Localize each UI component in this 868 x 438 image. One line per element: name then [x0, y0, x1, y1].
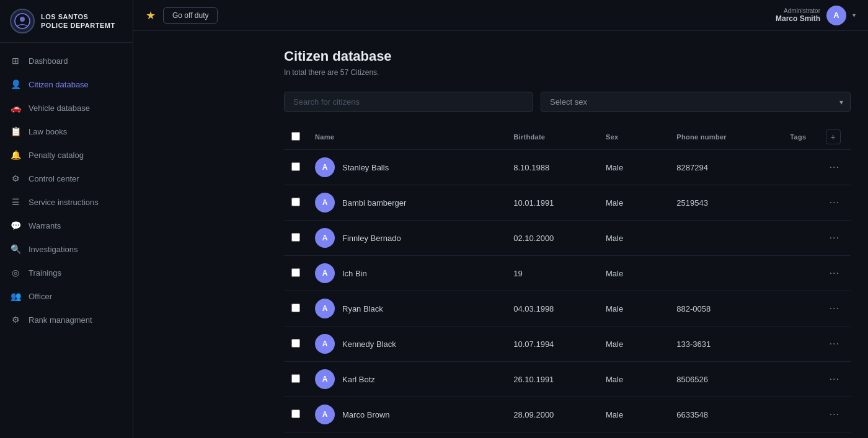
row-tags [782, 185, 818, 221]
row-birthdate: 8.10.1988 [506, 150, 598, 185]
row-tags [782, 397, 818, 432]
sidebar-item-vehicle-database[interactable]: 🚗 Vehicle database [0, 96, 133, 120]
row-sex: Male [598, 397, 669, 432]
row-name-cell: A Stanley Balls [308, 150, 506, 185]
row-phone: 8506526 [669, 362, 782, 397]
table-row: A Bambi bamberger 10.01.1991 Male 251954… [284, 185, 851, 221]
row-sex: Male [598, 150, 669, 185]
table-row: A Marco Brown 28.09.2000 Male 6633548 ··… [284, 397, 851, 432]
logo-text: Los Santos Police Departemt [41, 12, 115, 30]
sidebar-item-control-center[interactable]: ⚙ Control center [0, 167, 133, 190]
row-actions: ··· [818, 150, 851, 185]
favorite-button[interactable]: ★ [146, 9, 156, 22]
row-birthdate: 28.09.2000 [506, 397, 598, 432]
sex-select-wrapper: Select sex Male Female [541, 92, 851, 112]
row-tags [782, 432, 818, 439]
row-sex: Male [598, 326, 669, 362]
row-name-cell: A Marco Brown [308, 397, 506, 432]
sidebar-item-label: Rank managment [29, 315, 92, 325]
row-actions: ··· [818, 397, 851, 432]
table-row: A Stanley Balls 8.10.1988 Male 8287294 ·… [284, 150, 851, 185]
row-more-button[interactable]: ··· [826, 231, 843, 245]
sidebar-item-label: Investigations [29, 245, 78, 254]
row-phone: 2519543 [669, 185, 782, 221]
table-header: Name Birthdate Sex Phone number Tags + [284, 125, 851, 150]
row-more-button[interactable]: ··· [826, 196, 843, 209]
citizen-avatar: A [315, 263, 335, 283]
page-subtitle: In total there are 57 Citizens. [284, 68, 851, 77]
investigations-icon: 🔍 [10, 243, 21, 255]
sidebar-item-dashboard[interactable]: ⊞ Dashboard [0, 49, 133, 72]
row-name-cell: A Kennedy Black [308, 326, 506, 362]
sex-select[interactable]: Select sex Male Female [541, 92, 851, 112]
citizen-name: Finnley Bernado [342, 234, 401, 243]
go-off-duty-button[interactable]: Go off duty [163, 7, 218, 24]
sidebar-item-trainings[interactable]: ◎ Trainings [0, 261, 133, 284]
row-phone [669, 256, 782, 291]
row-checkbox-5[interactable] [291, 339, 300, 348]
table-row: A Ich Bin 19 Male ··· [284, 256, 851, 291]
row-birthdate: 10.07.1994 [506, 326, 598, 362]
sidebar-item-label: Citizen database [29, 80, 89, 89]
sidebar-item-warrants[interactable]: 💬 Warrants [0, 214, 133, 237]
user-text: Administrator Marco Smith [776, 7, 820, 23]
citizen-avatar: A [315, 193, 335, 212]
user-menu[interactable]: Administrator Marco Smith A ▾ [776, 6, 856, 25]
row-checkbox-cell [284, 432, 308, 439]
row-more-button[interactable]: ··· [826, 408, 843, 421]
row-checkbox-6[interactable] [291, 374, 300, 383]
vehicle-database-icon: 🚗 [10, 102, 21, 113]
row-checkbox-1[interactable] [291, 198, 300, 206]
citizen-database-icon: 👤 [10, 79, 21, 90]
row-checkbox-3[interactable] [291, 268, 300, 277]
sidebar-item-law-books[interactable]: 📋 Law books [0, 120, 133, 143]
sidebar-item-rank-managment[interactable]: ⚙ Rank managment [0, 308, 133, 331]
row-actions: ··· [818, 326, 851, 362]
sidebar-item-citizen-database[interactable]: 👤 Citizen database [0, 72, 133, 96]
row-checkbox-7[interactable] [291, 410, 300, 418]
th-birthdate: Birthdate [506, 125, 598, 150]
sidebar-item-label: Warrants [29, 221, 61, 230]
nav-menu: ⊞ Dashboard 👤 Citizen database 🚗 Vehicle… [0, 43, 133, 438]
th-checkbox [284, 125, 308, 150]
citizen-name: Kennedy Black [342, 339, 396, 349]
row-sex: Male [598, 362, 669, 397]
row-birthdate: 04.03.1998 [506, 291, 598, 326]
citizen-name: Ich Bin [342, 269, 367, 278]
dashboard-icon: ⊞ [10, 55, 21, 66]
row-checkbox-cell [284, 397, 308, 432]
row-birthdate: 26.10.1991 [506, 362, 598, 397]
penalty-catalog-icon: 🔔 [10, 149, 21, 160]
citizen-avatar: A [315, 405, 335, 424]
citizen-name: Marco Brown [342, 410, 390, 419]
row-sex: Male [598, 185, 669, 221]
sidebar-item-investigations[interactable]: 🔍 Investigations [0, 237, 133, 261]
row-name-cell: A Bambi bamberger [308, 185, 506, 221]
row-name-cell: A Ryan Black [308, 291, 506, 326]
row-checkbox-4[interactable] [291, 304, 300, 312]
row-tags [782, 362, 818, 397]
row-more-button[interactable]: ··· [826, 337, 843, 351]
row-checkbox-0[interactable] [291, 162, 300, 171]
sidebar-item-officer[interactable]: 👥 Officer [0, 284, 133, 308]
add-citizen-button[interactable]: + [826, 129, 841, 144]
row-sex: Male [598, 291, 669, 326]
row-more-button[interactable]: ··· [826, 372, 843, 386]
table-row: A Karl Botz 26.10.1991 Male 8506526 ··· [284, 362, 851, 397]
row-birthdate: 02.10.2000 [506, 221, 598, 256]
row-tags [782, 291, 818, 326]
search-input[interactable] [284, 92, 533, 112]
sidebar-item-service-instructions[interactable]: ☰ Service instructions [0, 190, 133, 214]
row-birthdate: 07.11.1989 [506, 432, 598, 439]
select-all-checkbox[interactable] [291, 132, 300, 141]
sidebar-item-penalty-catalog[interactable]: 🔔 Penalty catalog [0, 143, 133, 167]
row-more-button[interactable]: ··· [826, 302, 843, 315]
row-more-button[interactable]: ··· [826, 266, 843, 280]
sidebar-item-label: Dashboard [29, 56, 68, 66]
th-action: + [818, 125, 851, 150]
row-more-button[interactable]: ··· [826, 160, 843, 174]
row-actions: ··· [818, 291, 851, 326]
sidebar-item-label: Vehicle database [29, 103, 90, 113]
row-actions: ··· [818, 432, 851, 439]
row-checkbox-2[interactable] [291, 233, 300, 242]
